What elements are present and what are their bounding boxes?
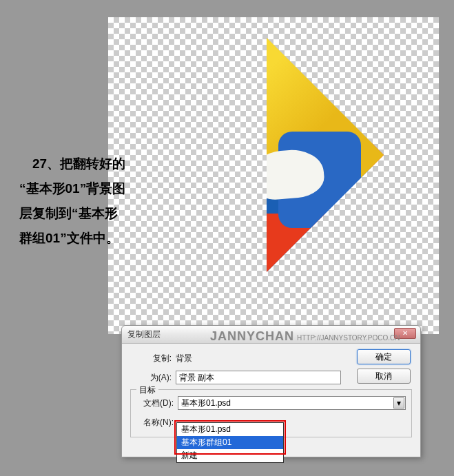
canvas-checkerboard xyxy=(108,17,439,334)
target-legend: 目标 xyxy=(136,384,158,396)
as-label: 为(A): xyxy=(130,372,172,384)
as-input[interactable] xyxy=(176,371,341,384)
dropdown-item-1[interactable]: 基本形群组01 xyxy=(177,436,283,449)
watermark-url: HTTP://JANNYSTORY.POCO.CN xyxy=(297,334,400,342)
dropdown-item-0[interactable]: 基本形01.psd xyxy=(177,423,283,436)
name-label: 名称(N): xyxy=(136,417,174,428)
doc-label: 文档(D): xyxy=(136,397,174,409)
instruction-text: 27、把翻转好的“基本形01”背景图层复制到“基本形群组01”文件中。 xyxy=(19,152,130,251)
watermark-main: JANNYCHAN xyxy=(210,329,294,344)
dropdown-item-2[interactable]: 新建 xyxy=(177,449,283,462)
doc-select[interactable]: 基本形01.psd ▾ xyxy=(178,396,406,410)
cancel-button[interactable]: 取消 xyxy=(357,369,411,384)
img-red xyxy=(149,214,384,272)
doc-select-value: 基本形01.psd xyxy=(181,397,231,409)
dialog-buttons: 确定 取消 xyxy=(357,349,412,388)
copy-value: 背景 xyxy=(176,353,192,364)
watermark: JANNYCHAN HTTP://JANNYSTORY.POCO.CN xyxy=(210,329,400,344)
close-icon: ✕ xyxy=(402,329,408,337)
triangle-overlay xyxy=(149,38,384,272)
ok-button[interactable]: 确定 xyxy=(357,349,411,364)
doc-dropdown-list: 基本形01.psd 基本形群组01 新建 xyxy=(176,422,284,463)
copy-label: 复制: xyxy=(130,353,172,364)
dialog-title: 复制图层 xyxy=(127,329,161,340)
chevron-down-icon: ▾ xyxy=(393,397,404,408)
